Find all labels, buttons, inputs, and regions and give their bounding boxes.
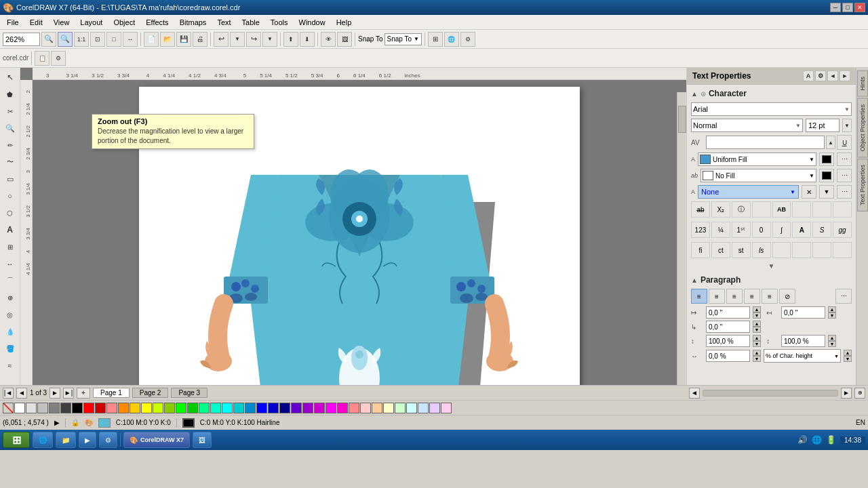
no-color-swatch[interactable] xyxy=(3,403,14,413)
font-style-select[interactable]: Normal ▼ xyxy=(691,119,803,132)
font-name-select[interactable]: Arial ▼ xyxy=(691,102,852,116)
subscript-btn[interactable]: X₂ xyxy=(711,201,730,218)
menu-window[interactable]: Window xyxy=(294,17,331,28)
menu-bitmaps[interactable]: Bitmaps xyxy=(174,17,212,28)
para-more-btn[interactable]: ⋯ xyxy=(835,289,852,304)
menu-text[interactable]: Text xyxy=(212,17,236,28)
zoom-tool[interactable]: 🔍 xyxy=(2,120,18,136)
hints-tab[interactable]: Hints xyxy=(857,70,868,97)
page3-tab[interactable]: Page 3 xyxy=(171,388,208,398)
color-spring-green[interactable] xyxy=(199,403,210,413)
view-button[interactable]: 👁 xyxy=(321,32,336,47)
color-cyan[interactable] xyxy=(222,403,233,413)
titlebar-controls[interactable]: ─ □ ✕ xyxy=(830,3,865,12)
indent-right-down[interactable]: ▼ xyxy=(828,312,836,319)
color-pale-green[interactable] xyxy=(395,403,406,413)
line-spacing2-input[interactable]: 100,0 % xyxy=(781,335,825,347)
color-dark-gray[interactable] xyxy=(60,403,71,413)
next-page-btn[interactable]: ► xyxy=(50,388,60,399)
options-button[interactable]: ⚙ xyxy=(460,32,475,47)
zoom-fit-button[interactable]: ⊡ xyxy=(90,32,105,47)
zoom-in-button[interactable]: 🔍 xyxy=(41,32,56,47)
color-light-pink[interactable] xyxy=(360,403,371,413)
color-magenta[interactable] xyxy=(314,403,325,413)
taskbar-ie[interactable]: 🌐 xyxy=(33,432,53,448)
smart-tool[interactable]: 〜 xyxy=(2,154,18,170)
close-button[interactable]: ✕ xyxy=(854,3,865,12)
color-pale-blue[interactable] xyxy=(418,403,429,413)
fs-ligature-btn[interactable]: ſs xyxy=(752,242,771,258)
strikethrough-btn[interactable]: ab xyxy=(691,201,710,218)
text-tool[interactable]: A xyxy=(2,222,18,238)
tracking-input[interactable] xyxy=(706,136,825,149)
save-button[interactable]: 💾 xyxy=(176,32,191,47)
indent-first-up[interactable]: ▲ xyxy=(753,321,761,327)
color-fuchsia[interactable] xyxy=(326,403,336,413)
color-gray[interactable] xyxy=(49,403,60,413)
color-yellow-green[interactable] xyxy=(153,403,163,413)
scroll-right-btn[interactable]: ► xyxy=(841,388,852,399)
snap-select[interactable]: Snap To▼ xyxy=(384,33,422,45)
bg-color-btn[interactable] xyxy=(819,169,834,182)
view2-button[interactable]: 🖼 xyxy=(337,32,352,47)
all-caps-btn[interactable]: AB xyxy=(772,201,791,218)
add-page-btn[interactable]: + xyxy=(77,388,90,399)
line-spacing-up[interactable]: ▲ xyxy=(753,335,761,341)
indent-right-up[interactable]: ▲ xyxy=(828,306,836,312)
contour-tool[interactable]: ◎ xyxy=(2,306,18,323)
taskbar-corel2[interactable]: 🖼 xyxy=(193,432,212,448)
start-button[interactable]: ⊞ xyxy=(3,432,30,448)
polygon-tool[interactable]: ⬡ xyxy=(2,205,18,221)
color-dark-green[interactable] xyxy=(187,403,198,413)
menu-edit[interactable]: Edit xyxy=(24,17,48,28)
char-spacing-down[interactable]: ▼ xyxy=(753,356,761,362)
script-s-btn[interactable]: S xyxy=(812,222,831,238)
freehand-tool[interactable]: ✏ xyxy=(2,137,18,153)
select-tool[interactable]: ↖ xyxy=(2,69,18,85)
panel-pin-btn[interactable]: ► xyxy=(840,70,850,81)
st-ligature-btn[interactable]: st xyxy=(732,242,751,258)
color-pale-pink[interactable] xyxy=(441,403,452,413)
crop-tool[interactable]: ✂ xyxy=(2,103,18,119)
new-button[interactable]: 📄 xyxy=(144,32,159,47)
canvas-area[interactable]: 3 3 1/4 3 1/2 3 3/4 4 4 1/4 4 1/2 4 3/4 … xyxy=(20,68,686,385)
taskbar-control[interactable]: ⚙ xyxy=(99,432,117,448)
char-height-up[interactable]: ▲ xyxy=(844,350,852,356)
script-a-btn[interactable]: gg xyxy=(833,222,852,238)
menu-table[interactable]: Table xyxy=(237,17,265,28)
ordinal-btn[interactable]: 1ˢᵗ xyxy=(732,222,751,238)
bg-more-btn[interactable]: ⋯ xyxy=(837,169,852,182)
open-button[interactable]: 📂 xyxy=(160,32,175,47)
font-size-input[interactable]: 12 pt xyxy=(806,119,840,132)
dimension-tool[interactable]: ↔ xyxy=(2,256,18,272)
panel-settings-btn[interactable]: ⚙ xyxy=(815,70,826,81)
play-btn[interactable]: ▶ xyxy=(54,419,60,426)
color-dark-blue[interactable] xyxy=(268,403,279,413)
color-black[interactable] xyxy=(72,403,83,413)
color-pink-magenta[interactable] xyxy=(337,403,348,413)
object-properties-tab[interactable]: Object Properties xyxy=(857,98,868,158)
expand-btn[interactable]: ▼ xyxy=(691,262,852,270)
zoom-reset-button[interactable]: 1:1 xyxy=(74,32,89,47)
indent-left-up[interactable]: ▲ xyxy=(753,306,761,312)
color-gold[interactable] xyxy=(130,403,140,413)
color-green[interactable] xyxy=(176,403,186,413)
blend-tool[interactable]: ⊕ xyxy=(2,289,18,306)
menu-effects[interactable]: Effects xyxy=(140,17,174,28)
panel-options-btn[interactable]: A xyxy=(803,70,814,81)
color-blue[interactable] xyxy=(256,403,267,413)
panel-close-btn[interactable]: ◄ xyxy=(827,70,838,81)
horizontal-scrollbar[interactable] xyxy=(703,390,838,396)
zoom-page-button[interactable]: □ xyxy=(106,32,121,47)
doc-btn1[interactable]: 📋 xyxy=(35,51,50,66)
zoom-canvas-btn[interactable]: ⊕ xyxy=(854,388,865,399)
color-salmon[interactable] xyxy=(349,403,359,413)
color-sky-blue[interactable] xyxy=(245,403,256,413)
first-page-btn[interactable]: |◄ xyxy=(3,388,14,399)
scroll-left-btn[interactable]: ◄ xyxy=(689,388,700,399)
align-none-btn[interactable]: ⊘ xyxy=(779,289,795,304)
smear-tool[interactable]: ≈ xyxy=(2,357,18,373)
tracking-spin-up[interactable]: ▲ xyxy=(826,136,835,149)
indent-first-input[interactable]: 0,0 " xyxy=(706,321,750,333)
align-right-btn[interactable]: ≡ xyxy=(726,289,743,304)
